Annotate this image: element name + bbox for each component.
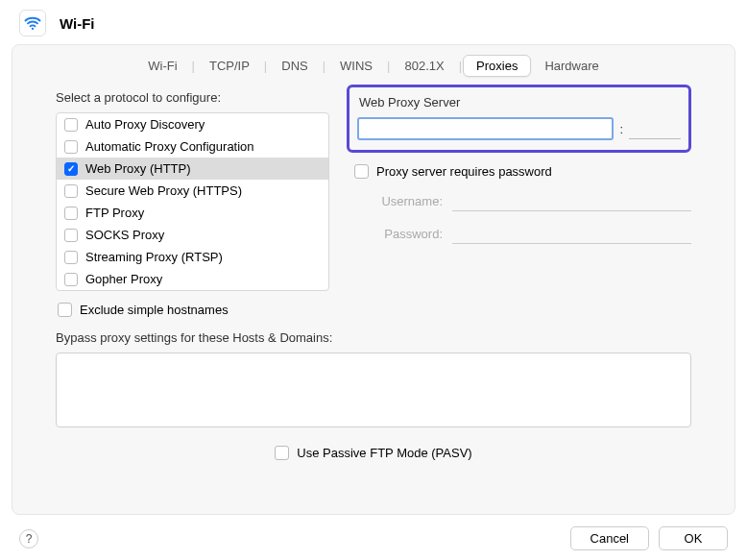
username-label: Username: xyxy=(347,194,443,208)
cancel-button[interactable]: Cancel xyxy=(570,526,649,550)
protocol-item-label: Automatic Proxy Configuration xyxy=(85,139,254,154)
protocol-list[interactable]: Auto Proxy Discovery Automatic Proxy Con… xyxy=(56,112,329,291)
checkbox-auto-config[interactable] xyxy=(64,140,78,154)
tab-dns[interactable]: DNS xyxy=(268,55,321,77)
requires-password-row[interactable]: Proxy server requires password xyxy=(347,164,691,179)
checkbox-auto-discovery[interactable] xyxy=(64,118,78,132)
checkbox-requires-password[interactable] xyxy=(354,164,369,179)
wifi-network-settings: Wi-Fi Wi-Fi| TCP/IP| DNS| WINS| 802.1X| … xyxy=(0,0,747,560)
web-proxy-server-label: Web Proxy Server xyxy=(357,91,681,117)
password-input[interactable] xyxy=(452,223,691,244)
tab-wins[interactable]: WINS xyxy=(326,55,386,77)
footer-buttons: Cancel OK xyxy=(570,526,728,550)
server-column: Web Proxy Server : Proxy server requires… xyxy=(347,90,691,317)
checkbox-socks[interactable] xyxy=(64,229,78,242)
username-input[interactable] xyxy=(452,190,691,211)
checkbox-https[interactable] xyxy=(64,184,78,198)
pasv-row[interactable]: Use Passive FTP Mode (PASV) xyxy=(12,446,735,460)
tab-hardware[interactable]: Hardware xyxy=(531,55,612,77)
username-row: Username: xyxy=(347,190,691,211)
checkbox-gopher[interactable] xyxy=(64,273,78,286)
protocol-item-label: Auto Proxy Discovery xyxy=(85,117,205,132)
protocol-item-gopher[interactable]: Gopher Proxy xyxy=(57,268,328,290)
tab-wifi[interactable]: Wi-Fi xyxy=(134,55,190,77)
ok-button[interactable]: OK xyxy=(659,526,728,550)
requires-password-label: Proxy server requires password xyxy=(376,164,552,179)
checkbox-exclude-hostnames[interactable] xyxy=(58,303,72,317)
protocol-item-label: Streaming Proxy (RTSP) xyxy=(85,250,223,264)
proxy-host-input[interactable] xyxy=(357,117,614,140)
proxy-port-input[interactable] xyxy=(629,118,681,139)
protocol-item-auto-config[interactable]: Automatic Proxy Configuration xyxy=(57,135,328,158)
host-port-separator: : xyxy=(619,122,623,136)
checkbox-ftp[interactable] xyxy=(64,207,78,220)
bypass-label: Bypass proxy settings for these Hosts & … xyxy=(56,330,691,345)
password-label: Password: xyxy=(347,227,443,241)
tab-tcpip[interactable]: TCP/IP xyxy=(196,55,263,77)
protocol-item-http[interactable]: Web Proxy (HTTP) xyxy=(57,158,328,180)
password-row: Password: xyxy=(347,223,691,244)
exclude-hostnames-row[interactable]: Exclude simple hostnames xyxy=(56,303,329,317)
settings-panel: Wi-Fi| TCP/IP| DNS| WINS| 802.1X| Proxie… xyxy=(12,44,735,515)
protocol-item-label: Secure Web Proxy (HTTPS) xyxy=(85,183,242,198)
checkbox-http[interactable] xyxy=(64,162,78,176)
window-header: Wi-Fi xyxy=(0,0,747,44)
bypass-textarea[interactable] xyxy=(56,353,691,427)
web-proxy-server-highlight: Web Proxy Server : xyxy=(347,85,691,153)
protocol-item-label: SOCKS Proxy xyxy=(85,228,164,242)
proxies-content: Select a protocol to configure: Auto Pro… xyxy=(12,90,735,317)
help-button[interactable]: ? xyxy=(19,529,38,548)
pasv-label: Use Passive FTP Mode (PASV) xyxy=(297,446,471,460)
protocol-label: Select a protocol to configure: xyxy=(56,90,329,105)
wifi-icon xyxy=(19,10,46,37)
protocol-item-label: FTP Proxy xyxy=(85,206,144,220)
svg-point-0 xyxy=(32,28,34,30)
protocol-item-auto-discovery[interactable]: Auto Proxy Discovery xyxy=(57,113,328,135)
checkbox-pasv[interactable] xyxy=(275,446,289,460)
server-input-row: : xyxy=(357,117,681,140)
exclude-hostnames-label: Exclude simple hostnames xyxy=(80,303,229,317)
tab-8021x[interactable]: 802.1X xyxy=(391,55,457,77)
checkbox-rtsp[interactable] xyxy=(64,251,78,264)
dialog-footer: ? Cancel OK xyxy=(0,515,747,560)
tab-bar: Wi-Fi| TCP/IP| DNS| WINS| 802.1X| Proxie… xyxy=(12,45,735,90)
window-title: Wi-Fi xyxy=(60,15,95,32)
protocol-item-socks[interactable]: SOCKS Proxy xyxy=(57,224,328,246)
protocol-item-rtsp[interactable]: Streaming Proxy (RTSP) xyxy=(57,246,328,268)
bypass-section: Bypass proxy settings for these Hosts & … xyxy=(12,330,735,430)
tab-proxies[interactable]: Proxies xyxy=(463,55,531,77)
protocol-item-https[interactable]: Secure Web Proxy (HTTPS) xyxy=(57,180,328,202)
protocol-item-label: Web Proxy (HTTP) xyxy=(85,161,191,176)
protocol-column: Select a protocol to configure: Auto Pro… xyxy=(56,90,329,317)
protocol-item-label: Gopher Proxy xyxy=(85,272,162,286)
protocol-item-ftp[interactable]: FTP Proxy xyxy=(57,202,328,224)
